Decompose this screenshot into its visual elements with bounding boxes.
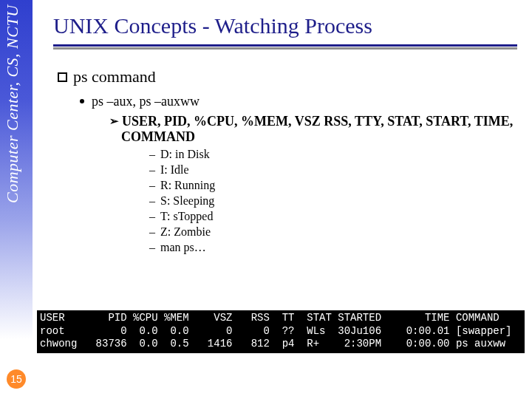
bullet-level2: ps –aux, ps –auxww [80,94,517,109]
dot-bullet-icon [80,99,84,103]
bullet-level3-text: USER, PID, %CPU, %MEM, VSZ RSS, TTY, STA… [121,114,513,144]
bullet-level4: –R: Running [149,179,517,192]
sidebar-label: Computer Center, CS, NCTU [3,4,22,278]
dash-bullet-icon: – [149,179,155,191]
dash-bullet-icon: – [149,194,155,207]
bullet-level4: –Z: Zombie [149,225,517,239]
bullet-level4: –I: Idle [149,163,517,177]
bullet-level1: ps command [58,67,517,86]
terminal-row: chwong 83736 0.0 0.5 1416 812 p4 R+ 2:30… [40,338,505,349]
dash-bullet-icon: – [149,210,155,222]
dash-bullet-icon: – [149,225,155,238]
bullet-level4: –D: in Disk [149,148,517,161]
bullet-level1-text: ps command [73,67,156,86]
slide-title: UNIX Concepts - Watching Process [33,0,532,43]
title-underline [53,44,517,47]
page-number-badge: 15 [7,369,26,389]
arrow-bullet-icon: ➢ [109,115,119,127]
bullet-level4: –T: sTopped [149,210,517,223]
bullet-level4: –S: Sleeping [149,194,517,208]
terminal-output: USER PID %CPU %MEM VSZ RSS TT STAT START… [37,310,525,353]
page-number: 15 [10,373,22,385]
bullet-level2-text: ps –aux, ps –auxww [92,94,200,109]
dash-bullet-icon: – [149,241,155,253]
terminal-row: root 0 0.0 0.0 0 0 ?? WLs 30Ju106 0:00.0… [40,325,512,337]
terminal-header: USER PID %CPU %MEM VSZ RSS TT STAT START… [40,312,499,324]
bullet-level3: ➢USER, PID, %CPU, %MEM, VSZ RSS, TTY, ST… [109,114,517,145]
dash-bullet-icon: – [149,148,155,160]
sidebar-gradient: Computer Center, CS, NCTU [0,0,33,399]
bullet-section: ps command ps –aux, ps –auxww ➢USER, PID… [33,47,532,254]
bullet-level4: –man ps… [149,241,517,254]
square-bullet-icon [58,72,67,82]
dash-bullet-icon: – [149,163,155,176]
